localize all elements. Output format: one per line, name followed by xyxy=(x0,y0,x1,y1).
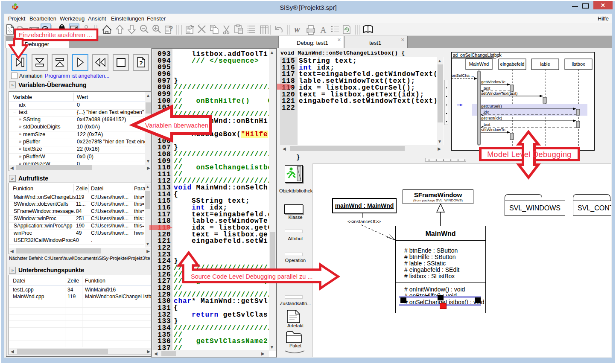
svg-text:lable: lable xyxy=(540,61,550,67)
svg-text:A: A xyxy=(320,25,327,35)
svg-text:sd onSelChangeListbox: sd onSelChangeListbox xyxy=(453,52,502,58)
svg-text:getText(idx): getText(idx) xyxy=(481,116,502,120)
svg-text:<<instanceOf>>: <<instanceOf>> xyxy=(347,219,381,224)
svg-text:?: ? xyxy=(169,25,173,33)
svg-text:W: W xyxy=(294,26,301,34)
svg-text:getCurSel(): getCurSel() xyxy=(481,104,502,108)
svg-text:?: ? xyxy=(139,60,143,67)
svg-text:getWindowTe.: getWindowTe. xyxy=(481,79,507,84)
svg-text:setWindowText(text): setWindowText(text) xyxy=(481,91,518,96)
svg-text:text: text xyxy=(484,86,490,90)
svg-text:MainWnd: MainWnd xyxy=(469,61,489,67)
svg-text:eingabefeld: eingabefeld xyxy=(500,61,525,67)
svg-text:setWindowTe.: setWindowTe. xyxy=(481,127,506,132)
svg-text:onSelCha ...: onSelCha ... xyxy=(452,73,474,78)
svg-text:listbox: listbox xyxy=(572,61,585,67)
svg-text:text: text xyxy=(484,122,490,127)
